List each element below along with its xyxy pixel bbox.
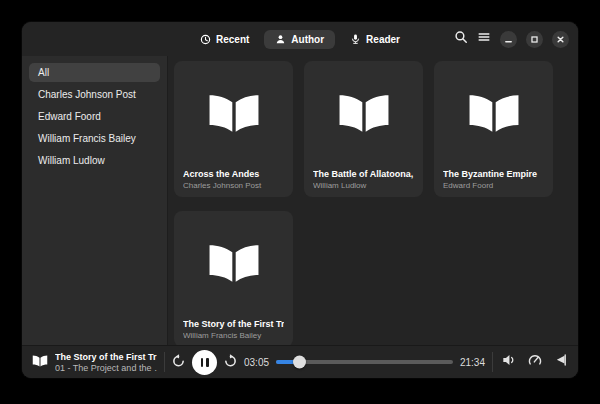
open-book-icon <box>207 243 261 288</box>
now-playing-cover[interactable] <box>32 353 48 371</box>
book-author: Edward Foord <box>443 181 544 190</box>
slider-handle[interactable] <box>293 356 306 369</box>
player-extra-controls <box>502 353 568 371</box>
book-card[interactable]: The Byzantine Empire Edward Foord <box>434 61 553 197</box>
now-playing-info[interactable]: The Story of the First Tr… 01 - The Proj… <box>55 352 157 373</box>
menu-button[interactable] <box>477 30 491 48</box>
slider-track[interactable] <box>276 360 453 364</box>
search-icon <box>454 30 468 48</box>
elapsed-time: 03:05 <box>244 357 269 368</box>
book-grid-area: Across the Andes Charles Johnson Post Th… <box>168 56 578 345</box>
sleep-timer-icon <box>554 353 568 371</box>
tab-recent-label: Recent <box>216 34 249 45</box>
clock-icon <box>200 34 211 45</box>
volume-button[interactable] <box>502 353 516 371</box>
book-cover <box>313 61 414 169</box>
volume-icon <box>502 353 516 371</box>
tab-recent[interactable]: Recent <box>189 30 260 49</box>
book-author: William Francis Bailey <box>183 331 284 340</box>
maximize-button[interactable] <box>526 31 543 48</box>
speedometer-icon <box>528 353 542 371</box>
progress-slider[interactable] <box>276 355 453 369</box>
now-playing-chapter: 01 - The Project and the … <box>55 363 157 373</box>
open-book-icon <box>337 93 391 138</box>
view-switcher: Recent Author Reader <box>189 30 411 49</box>
book-title: Across the Andes <box>183 169 284 179</box>
sleep-timer-button[interactable] <box>554 353 568 371</box>
now-playing-title: The Story of the First Tr… <box>55 352 157 362</box>
player-bar: The Story of the First Tr… 01 - The Proj… <box>22 345 578 378</box>
search-button[interactable] <box>454 30 468 48</box>
book-cover <box>443 61 544 169</box>
seek-forward-icon <box>224 353 237 371</box>
person-icon <box>275 34 286 45</box>
book-cover <box>183 61 284 169</box>
sidebar-item-edward-foord[interactable]: Edward Foord <box>29 107 160 126</box>
tab-author[interactable]: Author <box>264 30 335 49</box>
minimize-icon <box>504 30 513 48</box>
app-window: Recent Author Reader <box>22 22 578 378</box>
book-grid: Across the Andes Charles Johnson Post Th… <box>174 61 578 345</box>
sidebar-item-charles-johnson-post[interactable]: Charles Johnson Post <box>29 85 160 104</box>
book-author: William Ludlow <box>313 181 414 190</box>
book-card[interactable]: Across the Andes Charles Johnson Post <box>174 61 293 197</box>
tab-author-label: Author <box>291 34 324 45</box>
sidebar-item-william-francis-bailey[interactable]: William Francis Bailey <box>29 129 160 148</box>
book-title: The Story of the First Tr… <box>183 319 284 329</box>
book-card[interactable]: The Story of the First Tr… William Franc… <box>174 211 293 345</box>
open-book-icon <box>467 93 521 138</box>
tab-reader[interactable]: Reader <box>339 30 411 49</box>
open-book-icon <box>207 93 261 138</box>
author-sidebar: All Charles Johnson Post Edward Foord Wi… <box>22 56 168 345</box>
book-title: The Byzantine Empire <box>443 169 544 179</box>
slider-fill <box>276 360 299 364</box>
header-bar: Recent Author Reader <box>22 22 578 56</box>
book-card[interactable]: The Battle of Allatoona, … William Ludlo… <box>304 61 423 197</box>
sidebar-item-all[interactable]: All <box>29 63 160 82</box>
book-title: The Battle of Allatoona, … <box>313 169 414 179</box>
sidebar-item-william-ludlow[interactable]: William Ludlow <box>29 151 160 170</box>
close-icon <box>556 30 565 48</box>
open-book-icon <box>32 353 48 371</box>
header-actions <box>454 22 569 56</box>
microphone-icon <box>350 34 361 45</box>
divider <box>492 352 493 372</box>
total-time: 21:34 <box>460 357 485 368</box>
pause-icon <box>201 358 209 367</box>
minimize-button[interactable] <box>500 31 517 48</box>
seek-forward-button[interactable] <box>224 353 237 371</box>
content-area: All Charles Johnson Post Edward Foord Wi… <box>22 56 578 345</box>
tab-reader-label: Reader <box>366 34 400 45</box>
play-pause-button[interactable] <box>192 350 217 375</box>
seek-back-icon <box>172 353 185 371</box>
divider <box>164 352 165 372</box>
playback-speed-button[interactable] <box>528 353 542 371</box>
maximize-icon <box>530 30 539 48</box>
close-button[interactable] <box>552 31 569 48</box>
book-author: Charles Johnson Post <box>183 181 284 190</box>
hamburger-menu-icon <box>477 30 491 48</box>
seek-back-button[interactable] <box>172 353 185 371</box>
book-cover <box>183 211 284 319</box>
